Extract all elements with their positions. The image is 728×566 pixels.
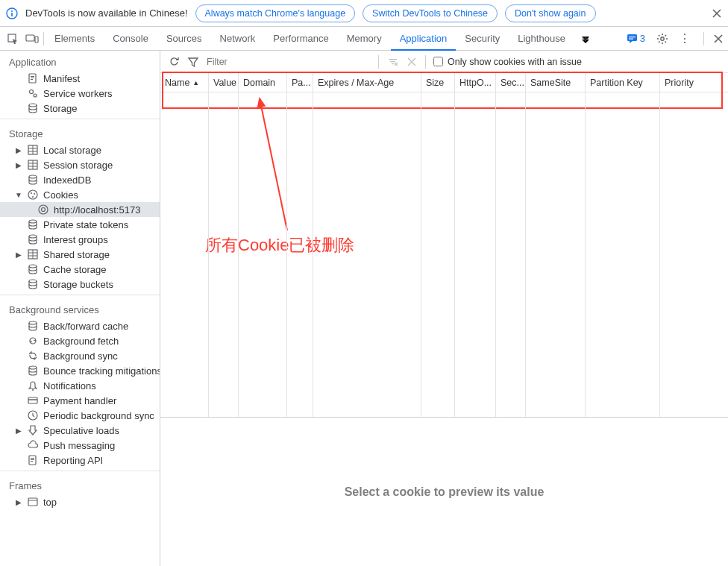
tab-lighthouse[interactable]: Lighthouse: [509, 27, 574, 51]
col-httpo[interactable]: HttpO...: [455, 73, 496, 92]
only-issues-label: Only show cookies with an issue: [448, 57, 582, 67]
sidebar-item-label: Background sync: [43, 350, 118, 362]
sidebar-item-service-workers[interactable]: Service workers: [0, 86, 160, 101]
inspect-icon[interactable]: [4, 31, 21, 47]
delete-icon[interactable]: [406, 56, 418, 68]
tab-console[interactable]: Console: [104, 27, 157, 51]
sidebar-item-label: http://localhost:5173: [54, 204, 140, 216]
col-sec[interactable]: Sec...: [496, 73, 526, 92]
only-issues-checkbox[interactable]: Only show cookies with an issue: [433, 57, 582, 67]
filter-icon[interactable]: [187, 56, 199, 68]
db-icon: [27, 218, 39, 230]
sidebar-item-label: Background fetch: [43, 336, 119, 347]
sync2-icon: [27, 350, 39, 362]
sidebar-item-bounce-tracking-mitigations[interactable]: Bounce tracking mitigations: [0, 363, 160, 378]
banner-message: DevTools is now available in Chinese!: [25, 7, 188, 19]
chevron-icon: ▶: [15, 427, 22, 435]
sidebar-item-session-storage[interactable]: ▶Session storage: [0, 157, 160, 172]
sidebar-item-background-sync[interactable]: Background sync: [0, 348, 160, 363]
banner-dismiss-button[interactable]: Don't show again: [505, 4, 596, 22]
banner-switch-button[interactable]: Switch DevTools to Chinese: [363, 4, 498, 22]
sidebar-item-label: Push messaging: [43, 440, 115, 451]
sidebar-item-storage[interactable]: Storage: [0, 101, 160, 116]
banner: DevTools is now available in Chinese! Al…: [0, 0, 728, 27]
annotation-text: 所有Cookie已被删除: [205, 234, 354, 257]
svg-point-39: [29, 280, 37, 283]
tab-memory[interactable]: Memory: [338, 27, 391, 51]
sidebar-item-local-storage[interactable]: ▶Local storage: [0, 142, 160, 157]
svg-point-41: [29, 366, 37, 369]
sync-icon: [27, 335, 39, 347]
refresh-icon[interactable]: [168, 56, 180, 68]
cookies-table-body[interactable]: 所有Cookie已被删除: [160, 92, 728, 417]
sidebar-item-push-messaging[interactable]: Push messaging: [0, 438, 160, 453]
sidebar-item-manifest[interactable]: Manifest: [0, 71, 160, 86]
sidebar-item-payment-handler[interactable]: Payment handler: [0, 393, 160, 408]
col-pa[interactable]: Pa...: [287, 73, 313, 92]
db-icon: [27, 365, 39, 377]
tab-elements[interactable]: Elements: [46, 27, 104, 51]
col-name[interactable]: Name▲: [160, 73, 209, 92]
sidebar-item-label: Speculative loads: [43, 425, 119, 436]
close-icon[interactable]: [712, 8, 722, 19]
sidebar-item-label: Cookies: [43, 189, 78, 201]
sidebar-item-http-localhost-5173[interactable]: http://localhost:5173: [0, 202, 160, 217]
db-icon: [27, 278, 39, 290]
tabs-bar: ElementsConsoleSourcesNetworkPerformance…: [0, 27, 728, 51]
cookies-toolbar: Only show cookies with an issue: [160, 51, 728, 73]
sidebar-item-private-state-tokens[interactable]: Private state tokens: [0, 217, 160, 232]
col-expiresmaxage[interactable]: Expires / Max-Age: [313, 73, 421, 92]
clear-filter-icon[interactable]: [386, 56, 398, 68]
svg-rect-2: [11, 13, 13, 16]
sidebar-item-storage-buckets[interactable]: Storage buckets: [0, 277, 160, 292]
svg-point-16: [29, 104, 37, 107]
sidebar-item-periodic-background-sync[interactable]: Periodic background sync: [0, 408, 160, 423]
svg-point-9: [661, 37, 664, 40]
settings-icon[interactable]: [654, 31, 671, 47]
chevron-icon: ▶: [15, 498, 22, 506]
messages-badge[interactable]: 3: [627, 33, 645, 44]
col-partitionkey[interactable]: Partition Key: [586, 73, 660, 92]
sidebar-item-indexeddb[interactable]: IndexedDB: [0, 172, 160, 187]
tab-network[interactable]: Network: [211, 27, 265, 51]
sidebar-item-shared-storage[interactable]: ▶Shared storage: [0, 247, 160, 262]
sidebar-item-back-forward-cache[interactable]: Back/forward cache: [0, 318, 160, 333]
svg-point-26: [28, 190, 37, 199]
sidebar-item-label: Periodic background sync: [43, 410, 154, 421]
more-tabs-icon[interactable]: »: [576, 31, 592, 47]
svg-point-38: [29, 265, 37, 268]
sidebar-item-speculative-loads[interactable]: ▶Speculative loads: [0, 423, 160, 438]
tab-sources[interactable]: Sources: [157, 27, 211, 51]
svg-rect-6: [627, 34, 637, 41]
sidebar-item-label: Cache storage: [43, 264, 107, 275]
sidebar-item-label: Local storage: [43, 145, 101, 156]
sidebar-item-reporting-api[interactable]: Reporting API: [0, 453, 160, 468]
sidebar-item-cache-storage[interactable]: Cache storage: [0, 262, 160, 277]
device-icon[interactable]: [24, 31, 40, 47]
preview-message: Select a cookie to preview its value: [345, 485, 545, 499]
more-icon[interactable]: ⋮: [677, 31, 693, 47]
col-priority[interactable]: Priority: [660, 73, 727, 92]
filter-input[interactable]: [207, 57, 371, 67]
sidebar-item-cookies[interactable]: ▼Cookies: [0, 187, 160, 202]
devtools-close-icon[interactable]: [713, 34, 724, 44]
sidebar-item-notifications[interactable]: Notifications: [0, 378, 160, 393]
tab-application[interactable]: Application: [391, 27, 456, 51]
db-icon: [27, 102, 39, 114]
col-size[interactable]: Size: [421, 73, 455, 92]
db-icon: [27, 233, 39, 245]
sidebar-item-top[interactable]: ▶top: [0, 494, 160, 509]
card-icon: [27, 394, 39, 406]
sidebar-item-label: top: [43, 497, 57, 508]
sidebar-item-label: Shared storage: [43, 249, 110, 260]
col-samesite[interactable]: SameSite: [526, 73, 586, 92]
svg-point-1: [11, 10, 13, 12]
tab-security[interactable]: Security: [456, 27, 509, 51]
tab-performance[interactable]: Performance: [264, 27, 337, 51]
sidebar-item-interest-groups[interactable]: Interest groups: [0, 232, 160, 247]
banner-match-button[interactable]: Always match Chrome's language: [195, 4, 356, 22]
sidebar-item-background-fetch[interactable]: Background fetch: [0, 333, 160, 348]
col-domain[interactable]: Domain: [239, 73, 287, 92]
svg-rect-4: [26, 35, 34, 41]
col-value[interactable]: Value: [209, 73, 239, 92]
